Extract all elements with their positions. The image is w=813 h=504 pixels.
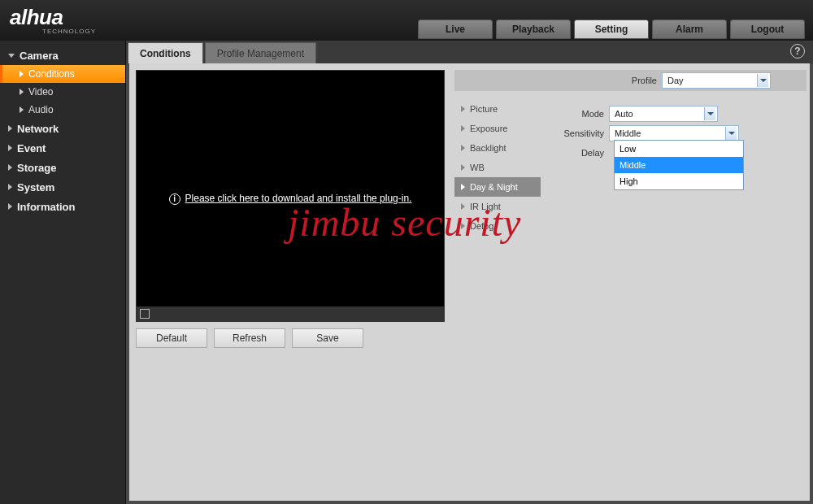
chevron-right-icon <box>20 71 24 77</box>
sidebar-item-label: Storage <box>17 162 56 174</box>
chevron-down-icon <box>704 107 715 120</box>
content-area: Conditions Profile Management ? iPlease … <box>126 41 813 504</box>
mode-label: Mode <box>559 109 609 119</box>
sidebar-item-label: Event <box>17 142 46 154</box>
chevron-right-icon <box>461 223 465 229</box>
setting-picture[interactable]: Picture <box>454 99 541 119</box>
setting-exposure[interactable]: Exposure <box>454 119 541 138</box>
plugin-download-text: Please click here to download and instal… <box>185 193 412 204</box>
fullscreen-icon[interactable] <box>140 309 150 319</box>
settings-panel: iPlease click here to download and insta… <box>129 63 810 501</box>
chevron-down-icon <box>8 54 15 58</box>
setting-label: Exposure <box>470 124 507 133</box>
setting-label: Backlight <box>470 143 506 153</box>
sidebar-item-storage[interactable]: Storage <box>0 158 125 177</box>
top-nav: Live Playback Setting Alarm Logout <box>418 20 805 39</box>
chevron-right-icon <box>8 145 12 151</box>
setting-label: Day & Night <box>470 182 518 192</box>
sidebar-item-label: System <box>17 181 54 193</box>
topnav-playback[interactable]: Playback <box>496 20 571 39</box>
brand-subtitle: TECHNOLOGY <box>42 28 96 35</box>
sidebar-item-conditions[interactable]: Conditions <box>0 65 125 83</box>
sensitivity-dropdown: Low Middle High <box>614 140 744 190</box>
chevron-right-icon <box>461 145 465 151</box>
profile-select[interactable]: Day <box>662 72 771 89</box>
topnav-setting[interactable]: Setting <box>574 20 649 39</box>
app-header: alhua TECHNOLOGY Live Playback Setting A… <box>0 0 813 41</box>
default-button[interactable]: Default <box>136 328 207 348</box>
sidebar-item-label: Information <box>17 201 76 213</box>
help-icon[interactable]: ? <box>790 44 805 59</box>
sensitivity-label: Sensitivity <box>559 128 609 138</box>
topnav-logout[interactable]: Logout <box>730 20 805 39</box>
setting-label: WB <box>470 163 485 172</box>
brand-logo: alhua <box>10 5 63 30</box>
tab-bar: Conditions Profile Management ? <box>126 41 813 63</box>
setting-wb[interactable]: WB <box>454 158 541 177</box>
tab-conditions[interactable]: Conditions <box>128 42 203 63</box>
chevron-right-icon <box>8 164 12 171</box>
sidebar-item-label: Network <box>17 123 59 135</box>
sidebar-item-label: Conditions <box>28 68 75 80</box>
setting-backlight[interactable]: Backlight <box>454 138 541 158</box>
sidebar-item-label: Video <box>28 86 53 98</box>
sidebar-item-network[interactable]: Network <box>0 119 125 138</box>
profile-bar: Profile Day <box>454 70 806 91</box>
sidebar-item-audio[interactable]: Audio <box>0 101 125 119</box>
sidebar-item-system[interactable]: System <box>0 177 125 197</box>
save-button[interactable]: Save <box>292 328 363 348</box>
settings-column: Picture Exposure Backlight WB Day & Nigh… <box>454 99 541 236</box>
chevron-right-icon <box>461 203 465 210</box>
plugin-download-link[interactable]: iPlease click here to download and insta… <box>137 193 444 205</box>
setting-label: Defog <box>470 221 493 231</box>
mode-value: Auto <box>615 109 633 119</box>
sensitivity-option-high[interactable]: High <box>615 173 743 189</box>
chevron-right-icon <box>8 184 12 190</box>
sidebar-item-information[interactable]: Information <box>0 197 125 216</box>
sidebar-item-camera[interactable]: Camera <box>0 46 125 65</box>
video-preview: iPlease click here to download and insta… <box>136 70 445 322</box>
tab-profile-management[interactable]: Profile Management <box>205 42 316 63</box>
profile-value: Day <box>667 76 684 85</box>
delay-label: Delay <box>559 148 609 158</box>
sidebar-item-video[interactable]: Video <box>0 83 125 101</box>
setting-daynight[interactable]: Day & Night <box>454 177 541 197</box>
topnav-alarm[interactable]: Alarm <box>652 20 727 39</box>
refresh-button[interactable]: Refresh <box>214 328 285 348</box>
sidebar-item-label: Camera <box>20 50 59 62</box>
chevron-right-icon <box>461 184 465 190</box>
chevron-right-icon <box>461 106 465 112</box>
sidebar-item-label: Audio <box>28 104 54 115</box>
sensitivity-select[interactable]: Middle <box>609 125 739 141</box>
setting-label: Picture <box>470 104 498 114</box>
chevron-right-icon <box>20 89 24 95</box>
sidebar: Camera Conditions Video Audio Network Ev… <box>0 41 126 504</box>
info-icon: i <box>169 193 180 205</box>
chevron-right-icon <box>8 203 12 210</box>
chevron-down-icon <box>757 74 768 87</box>
setting-irlight[interactable]: IR Light <box>454 197 541 216</box>
sensitivity-option-middle[interactable]: Middle <box>615 157 743 173</box>
profile-label: Profile <box>632 76 657 85</box>
chevron-right-icon <box>8 125 12 132</box>
chevron-down-icon <box>725 127 737 140</box>
chevron-right-icon <box>20 106 24 113</box>
sidebar-item-event[interactable]: Event <box>0 138 125 158</box>
action-buttons: Default Refresh Save <box>136 328 363 348</box>
topnav-live[interactable]: Live <box>418 20 493 39</box>
sensitivity-option-low[interactable]: Low <box>615 141 743 157</box>
chevron-right-icon <box>461 164 465 171</box>
setting-defog[interactable]: Defog <box>454 216 541 236</box>
chevron-right-icon <box>461 125 465 132</box>
setting-label: IR Light <box>470 202 501 211</box>
video-footer <box>137 306 444 321</box>
mode-select[interactable]: Auto <box>609 106 718 122</box>
sensitivity-value: Middle <box>615 128 641 138</box>
